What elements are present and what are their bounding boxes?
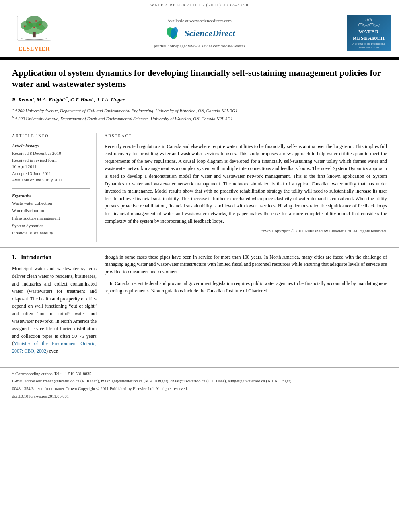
water-research-subtitle: A Journal of the International Water Ass… xyxy=(349,42,389,49)
affiliations: a ᵃ 200 University Avenue, Department of… xyxy=(12,107,387,122)
author-haas: C.T. Haas xyxy=(70,97,92,103)
keyword-2: Water distribution xyxy=(12,207,90,214)
affiliation-b-text: ᵇ 200 University Avenue, Department of E… xyxy=(15,116,233,121)
water-research-badge: IWA WATER RESEARCH A Journal of the Inte… xyxy=(347,15,391,51)
intro-heading: 1. Introduction xyxy=(12,253,97,261)
online-date: Available online 5 July 2011 xyxy=(12,177,90,183)
intro-left-text: Municipal water and wastewater systems d… xyxy=(12,265,97,355)
author-knight: M.A. Knight xyxy=(37,97,64,103)
keywords-list: Waste water collection Water distributio… xyxy=(12,200,90,237)
email-text: rrehan@uwaterloo.ca (R. Rehan), maknight… xyxy=(43,379,292,383)
introduction-section: 1. Introduction Municipal water and wast… xyxy=(0,248,399,363)
abstract-col: ABSTRACT Recently enacted regulations in… xyxy=(105,133,387,242)
author-rehan: R. Rehan xyxy=(12,97,33,103)
svg-point-6 xyxy=(29,22,31,23)
sciencedirect-wordmark: ScienceDirect xyxy=(185,27,235,40)
svg-point-7 xyxy=(35,20,37,22)
affiliation-b: b ᵇ 200 University Avenue, Department of… xyxy=(12,115,387,122)
affiliation-a-text: ᵃ 200 University Avenue, Department of C… xyxy=(15,108,237,113)
elsevier-logo: ELSEVIER xyxy=(8,14,60,53)
doi-note: doi:10.1016/j.watres.2011.06.001 xyxy=(12,393,387,400)
corresponding-author-text: * Corresponding author. Tel.: +1 519 581… xyxy=(12,372,93,376)
banner: ELSEVIER Available at www.sciencedirect.… xyxy=(0,10,399,58)
intro-right-col: though in some cases these pipes have be… xyxy=(105,253,387,359)
svg-rect-5 xyxy=(33,32,36,37)
available-text: Available at www.sciencedirect.com xyxy=(167,18,232,24)
email-label: E-mail addresses: xyxy=(12,379,42,383)
article-title-section: Application of system dynamics for devel… xyxy=(0,60,399,127)
affiliation-a: a ᵃ 200 University Avenue, Department of… xyxy=(12,107,387,114)
svg-point-10 xyxy=(33,27,35,28)
footer-area: * Corresponding author. Tel.: +1 519 581… xyxy=(0,367,399,405)
author-sup-a3: a xyxy=(92,96,94,100)
affil-sup-b: b xyxy=(12,115,14,119)
copyright-text: Crown Copyright © 2011 Published by Else… xyxy=(105,228,387,234)
revised-date: Received in revised form 16 April 2011 xyxy=(12,157,90,170)
author-sup-b: b xyxy=(125,96,127,100)
water-research-badge-area: IWA WATER RESEARCH A Journal of the Inte… xyxy=(339,15,391,51)
water-wave-icon xyxy=(353,22,385,27)
elsevier-wordmark: ELSEVIER xyxy=(19,45,50,53)
svg-point-9 xyxy=(24,25,26,27)
elsevier-tree-icon xyxy=(14,14,54,44)
abstract-text: Recently enacted regulations in Canada a… xyxy=(105,143,387,225)
history-label: Article history: xyxy=(12,143,90,149)
elsevier-logo-area: ELSEVIER xyxy=(8,14,60,53)
author-sup-a2: a,* xyxy=(64,96,68,100)
doi-text: doi:10.1016/j.watres.2011.06.001 xyxy=(12,394,69,398)
issn-text: 0043-1354/$ – see front matter Crown Cop… xyxy=(12,386,188,391)
sciencedirect-icon xyxy=(164,27,182,41)
journal-header: WATER RESEARCH 45 (2011) 4737–4750 xyxy=(0,0,399,10)
keyword-4: System dynamics xyxy=(12,222,90,230)
authors: R. Rehana, M.A. Knighta,*, C.T. Haasa, A… xyxy=(12,96,387,104)
sciencedirect-logo: ScienceDirect xyxy=(164,27,235,41)
intro-number: 1. xyxy=(12,254,16,260)
article-history: Article history: Received 8 December 201… xyxy=(12,143,90,183)
keyword-3: Infrastructure management xyxy=(12,215,90,222)
issn-note: 0043-1354/$ – see front matter Crown Cop… xyxy=(12,386,387,392)
intro-left-col: 1. Introduction Municipal water and wast… xyxy=(12,253,97,359)
article-info-label: ARTICLE INFO xyxy=(12,133,90,139)
intro-right-text-2: In Canada, recent federal and provincial… xyxy=(105,280,387,295)
article-info-col: ARTICLE INFO Article history: Received 8… xyxy=(12,133,97,242)
accepted-date: Accepted 3 June 2011 xyxy=(12,170,90,177)
intro-right-text-1: though in some cases these pipes have be… xyxy=(105,253,387,276)
iwa-label: IWA xyxy=(365,17,372,22)
author-unger: A.J.A. Unger xyxy=(96,97,125,103)
ref-ministry[interactable]: Ministry of the Environment Ontario, 200… xyxy=(12,341,97,354)
svg-point-8 xyxy=(39,24,41,25)
keywords-group: Keywords: Waste water collection Water d… xyxy=(12,193,90,237)
keyword-1: Waste water collection xyxy=(12,200,90,207)
water-research-title: WATER RESEARCH xyxy=(353,29,385,41)
received-date: Received 8 December 2010 xyxy=(12,150,90,157)
journal-url: journal homepage: www.elsevier.com/locat… xyxy=(154,43,245,49)
article-info-abstract: ARTICLE INFO Article history: Received 8… xyxy=(0,127,399,248)
journal-header-text: WATER RESEARCH 45 (2011) 4737–4750 xyxy=(150,3,249,7)
affil-sup-a: a xyxy=(12,107,14,111)
email-note: E-mail addresses: rrehan@uwaterloo.ca (R… xyxy=(12,378,387,384)
keyword-5: Financial sustainability xyxy=(12,230,90,237)
keywords-label: Keywords: xyxy=(12,193,90,199)
abstract-label: ABSTRACT xyxy=(105,133,387,139)
info-divider xyxy=(12,188,90,189)
sciencedirect-area: Available at www.sciencedirect.com Scien… xyxy=(64,18,335,49)
corresponding-author-note: * Corresponding author. Tel.: +1 519 581… xyxy=(12,371,387,377)
article-title: Application of system dynamics for devel… xyxy=(12,67,387,90)
intro-title: Introduction xyxy=(21,254,51,260)
author-sup-a: a xyxy=(33,96,34,100)
